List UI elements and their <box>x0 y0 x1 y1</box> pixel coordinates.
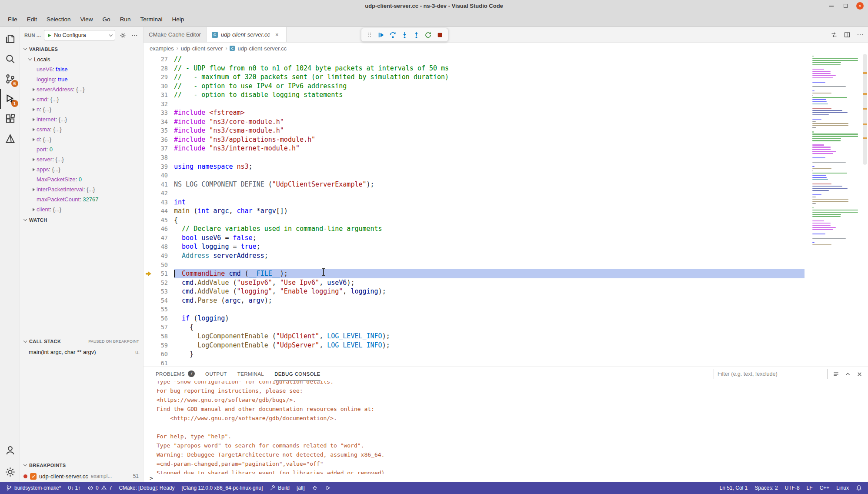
variables-scope-locals[interactable]: Locals <box>20 54 143 64</box>
editor-scrollbar[interactable] <box>862 54 868 367</box>
extensions-icon[interactable] <box>0 109 20 129</box>
explorer-icon[interactable] <box>0 29 20 49</box>
breadcrumb-item[interactable]: examples <box>150 45 174 52</box>
variable-row[interactable]: server: {...} <box>20 154 143 164</box>
close-tab-icon[interactable]: × <box>273 31 281 39</box>
build-tools-icon <box>270 485 276 491</box>
console-output[interactable]: Type "show configuration" for configurat… <box>144 381 868 474</box>
menu-help[interactable]: Help <box>167 14 188 25</box>
encoding-status[interactable]: UTF-8 <box>781 482 803 494</box>
cmake-launch-button[interactable] <box>321 482 334 494</box>
variable-row[interactable]: serverAddress: {...} <box>20 84 143 94</box>
code-line: 45{ <box>144 216 805 225</box>
code-line: 30// - option to use IPv4 or IPv6 addres… <box>144 82 805 91</box>
code-editor[interactable]: 27//28// - UDP flow from n0 to n1 of 102… <box>144 54 868 367</box>
os-status[interactable]: Linux <box>833 482 852 494</box>
cmake-debug-button[interactable] <box>308 482 321 494</box>
cmake-target-button[interactable]: [all] <box>293 482 308 494</box>
activity-bar: 6 1 <box>0 27 20 482</box>
git-branch-status[interactable]: buildsystem-cmake* <box>3 482 64 494</box>
variable-row[interactable]: maxPacketCount: 32767 <box>20 194 143 204</box>
variable-row[interactable]: interPacketInterval: {...} <box>20 184 143 194</box>
tab-debug-console[interactable]: DEBUG CONSOLE <box>274 367 320 381</box>
menu-run[interactable]: Run <box>116 14 135 25</box>
indentation-status[interactable]: Spaces: 2 <box>751 482 781 494</box>
debug-continue-icon[interactable] <box>375 29 387 40</box>
tab-output[interactable]: OUTPUT <box>205 367 227 381</box>
menu-selection[interactable]: Selection <box>42 14 75 25</box>
console-options-icon[interactable] <box>833 371 839 377</box>
play-icon <box>325 485 331 491</box>
watch-section-header[interactable]: WATCH <box>20 214 143 225</box>
minimize-button[interactable] <box>828 2 835 10</box>
variable-row[interactable]: port: 0 <box>20 144 143 154</box>
breadcrumb-item[interactable]: udp-client-server <box>181 45 223 52</box>
run-and-debug-icon[interactable]: 1 <box>0 89 20 109</box>
tab-problems[interactable]: PROBLEMS 7 <box>156 367 195 381</box>
variable-row[interactable]: internet: {...} <box>20 114 143 124</box>
variable-row[interactable]: apps: {...} <box>20 164 143 174</box>
variable-row[interactable]: d: {...} <box>20 134 143 144</box>
cmake-build-button[interactable]: Build <box>266 482 293 494</box>
variables-section-header[interactable]: VARIABLES <box>20 43 143 54</box>
cmake-tools-icon[interactable] <box>0 129 20 149</box>
close-button[interactable]: × <box>856 2 864 10</box>
menu-terminal[interactable]: Terminal <box>136 14 167 25</box>
debug-stop-icon[interactable] <box>434 29 446 40</box>
tab-terminal[interactable]: TERMINAL <box>237 367 264 381</box>
menu-file[interactable]: File <box>3 14 22 25</box>
source-control-icon[interactable]: 6 <box>0 69 20 89</box>
breakpoints-section-header[interactable]: BREAKPOINTS <box>20 460 143 471</box>
cmake-kit-status[interactable]: [Clang 12.0.0 x86_64-pc-linux-gnu] <box>178 482 267 494</box>
console-filter-input[interactable] <box>714 369 828 379</box>
variable-row[interactable]: useV6: false <box>20 64 143 74</box>
variable-row[interactable]: csma: {...} <box>20 124 143 134</box>
git-sync-status[interactable]: 0↓ 1↑ <box>64 482 84 494</box>
more-actions-icon[interactable] <box>857 31 864 38</box>
close-panel-icon[interactable] <box>856 371 863 377</box>
search-icon[interactable] <box>0 49 20 69</box>
tab-cmake-cache-editor[interactable]: CMake Cache Editor <box>144 27 207 42</box>
tab-udp-client-server[interactable]: C udp-client-server.cc × <box>207 27 287 42</box>
overview-warning-mark <box>863 124 867 125</box>
breakpoint-dot-icon <box>23 474 27 478</box>
cursor-position-status[interactable]: Ln 51, Col 1 <box>716 482 751 494</box>
more-actions-icon[interactable] <box>130 31 139 40</box>
call-stack-section-header[interactable]: CALL STACK PAUSED ON BREAKPOINT <box>20 336 143 347</box>
maximize-panel-icon[interactable] <box>845 371 851 377</box>
variable-row[interactable]: n: {...} <box>20 104 143 114</box>
menu-go[interactable]: Go <box>98 14 115 25</box>
variable-row[interactable]: cmd: {...} <box>20 94 143 104</box>
account-icon[interactable] <box>0 440 20 460</box>
cmake-status[interactable]: CMake: [Debug]: Ready <box>115 482 178 494</box>
split-editor-icon[interactable] <box>844 31 851 38</box>
breakpoint-checkbox[interactable] <box>30 473 37 480</box>
breakpoint-item[interactable]: udp-client-server.cc exampl... 51 <box>20 471 143 482</box>
debug-step-into-icon[interactable] <box>399 29 411 40</box>
cpp-file-icon: C <box>212 32 218 38</box>
open-changes-icon[interactable] <box>831 31 838 38</box>
variable-row[interactable]: client: {...} <box>20 204 143 214</box>
notifications-bell-icon[interactable] <box>852 482 865 494</box>
minimap[interactable] <box>811 56 862 247</box>
debug-step-over-icon[interactable] <box>387 29 399 40</box>
call-stack-frame[interactable]: main(int argc, char ** argv) u. <box>20 347 143 357</box>
problems-status[interactable]: 0 7 <box>84 482 115 494</box>
console-input-row[interactable]: > <box>144 474 868 482</box>
maximize-button[interactable] <box>842 2 849 10</box>
debug-restart-icon[interactable] <box>422 29 434 40</box>
debug-step-out-icon[interactable] <box>411 29 422 40</box>
eol-status[interactable]: LF <box>803 482 816 494</box>
settings-gear-icon[interactable] <box>0 462 20 482</box>
menu-view[interactable]: View <box>76 14 97 25</box>
debug-config-dropdown[interactable]: No Configura <box>44 30 115 40</box>
editor-tab-bar: CMake Cache Editor C udp-client-server.c… <box>144 27 868 43</box>
variable-row[interactable]: logging: true <box>20 74 143 84</box>
variable-row[interactable]: MaxPacketSize: 0 <box>20 174 143 184</box>
debug-settings-gear-icon[interactable] <box>118 31 127 40</box>
title-bar: udp-client-server.cc - ns-3-dev - Visual… <box>0 0 868 12</box>
breadcrumb-item[interactable]: udp-client-server.cc <box>237 45 287 52</box>
menu-edit[interactable]: Edit <box>23 14 41 25</box>
language-mode-status[interactable]: C++ <box>816 482 833 494</box>
toolbar-drag-handle[interactable] <box>364 29 375 40</box>
